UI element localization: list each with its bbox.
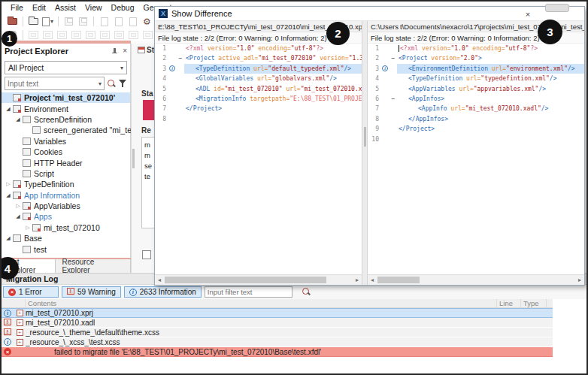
- code-token: </Project>: [399, 126, 435, 132]
- inner-mark: [74, 33, 79, 37]
- collapse-arrow-icon[interactable]: ◢: [4, 192, 13, 198]
- tree-item-screendefinition[interactable]: ◢ScreenDefinition: [2, 114, 130, 125]
- collapse-arrow-icon[interactable]: ◢: [4, 106, 13, 112]
- project-filter-combo[interactable]: All Project ▾: [5, 61, 127, 74]
- expand-box-icon[interactable]: +: [17, 310, 23, 316]
- expand-box-icon[interactable]: +: [17, 329, 23, 336]
- tree-item-app-information[interactable]: ◢App Information: [2, 190, 130, 201]
- code-line: 3i<TypeDefinition url="default_typedef.x…: [155, 64, 362, 74]
- tree-item-base[interactable]: ◢Base: [2, 233, 130, 243]
- close-panel-icon[interactable]: ×: [123, 47, 127, 55]
- collapse-arrow-icon[interactable]: ◢: [14, 116, 23, 122]
- expand-arrow-icon[interactable]: ▷: [23, 225, 32, 231]
- open-project-icon[interactable]: [5, 15, 20, 28]
- warning-icon: [4, 329, 11, 336]
- expand-arrow-icon[interactable]: ▷: [4, 181, 13, 187]
- fold-collapse-icon[interactable]: −: [177, 53, 184, 63]
- settings-gear-icon[interactable]: ⚙: [140, 15, 154, 28]
- fold-collapse-icon[interactable]: −: [389, 94, 397, 104]
- log-filter-input[interactable]: [208, 288, 289, 296]
- http-header-icon: [23, 159, 31, 167]
- filter-label: 2633 Information: [140, 288, 196, 296]
- left-code-area[interactable]: 1<?xml version="1.0" encoding="utf-8"?>2…: [155, 44, 362, 274]
- log-row[interactable]: ×failed to migrate file 'E:\88_TEST\01_P…: [2, 347, 553, 357]
- code-token: url=: [250, 65, 268, 72]
- log-row[interactable]: +mi_test_072010.xadl: [2, 318, 553, 328]
- tree-item-environment[interactable]: ◢Environment: [2, 103, 130, 113]
- dialog-close-icon[interactable]: ×: [523, 10, 533, 19]
- code-token: "environment.xml": [506, 65, 568, 72]
- open-file-icon[interactable]: [26, 15, 41, 28]
- tree-item-variables[interactable]: Variables: [2, 136, 130, 147]
- menu-assist[interactable]: Assist: [50, 3, 80, 12]
- collapse-arrow-icon[interactable]: ◢: [4, 235, 13, 241]
- tree-item-mi-test-072010[interactable]: ▷mi_test_072010: [2, 222, 130, 233]
- filter-error-button[interactable]: ×1 Error: [3, 286, 59, 298]
- filter-funnel-icon[interactable]: [119, 79, 127, 88]
- scroll-thumb[interactable]: [165, 277, 326, 283]
- code-token: "mi_test_072010.xadl": [465, 105, 541, 112]
- filter-info-button[interactable]: i2633 Information: [124, 286, 202, 298]
- tree-item-project-mi-test-072010[interactable]: Project 'mi_test_072010': [2, 92, 130, 103]
- code-content: <ADL id="mi_test_072010" url="mi_test_07…: [184, 84, 362, 94]
- inner-mark: [59, 33, 65, 37]
- line-number: 1: [155, 44, 168, 53]
- tree-item-appvariables[interactable]: ▷AppVariables: [2, 201, 130, 211]
- scroll-thumb[interactable]: [377, 277, 420, 283]
- fold-spacer: [177, 64, 184, 74]
- pin-icon[interactable]: [111, 48, 118, 55]
- header-type[interactable]: Type: [521, 299, 547, 307]
- expand-arrow-icon[interactable]: ▷: [14, 203, 23, 209]
- menu-edit[interactable]: Edit: [28, 3, 50, 12]
- splitter-grip[interactable]: [364, 127, 366, 147]
- new-file-icon[interactable]: ▾: [41, 15, 55, 28]
- tree-item-http-header[interactable]: HTTP Header: [2, 157, 130, 168]
- search-icon[interactable]: [107, 79, 117, 89]
- menu-file[interactable]: File: [6, 3, 28, 12]
- code-line: 7</Project>: [155, 104, 362, 113]
- menu-view[interactable]: View: [80, 3, 107, 12]
- menu-debug[interactable]: Debug: [107, 3, 139, 12]
- tree-item-apps[interactable]: ◢Apps: [2, 211, 130, 222]
- header-contents[interactable]: Contents: [26, 299, 497, 307]
- expand-box-icon[interactable]: +: [17, 319, 23, 326]
- log-row[interactable]: i+mi_test_072010.xprj: [2, 308, 553, 318]
- tree-item-script[interactable]: Script: [2, 168, 130, 179]
- dialog-title: Show Difference: [171, 9, 232, 18]
- splitter-grip[interactable]: [132, 149, 135, 168]
- code-line: 8</AppInfos>: [368, 114, 584, 124]
- status-checkbox[interactable]: [142, 250, 151, 259]
- filter-warning-button[interactable]: 59 Warning: [62, 286, 121, 298]
- code-line: 9</Project>: [368, 124, 584, 134]
- tab-resource-explorer[interactable]: Resource Explorer: [56, 259, 131, 273]
- log-row[interactable]: +_resource_\_theme_\default\theme.xcss: [2, 328, 553, 337]
- tree-filter-input[interactable]: [8, 80, 99, 88]
- scroll-right-icon[interactable]: ▸: [575, 275, 584, 285]
- right-hscrollbar[interactable]: ◂ ▸: [368, 274, 584, 285]
- tree-item-typedefinition[interactable]: ▷TypeDefinition: [2, 179, 130, 189]
- fold-collapse-icon[interactable]: −: [389, 53, 397, 63]
- chevron-down-icon[interactable]: ▾: [99, 80, 102, 87]
- scroll-left-icon[interactable]: ◂: [368, 275, 377, 285]
- form-control-icon-4: [71, 31, 81, 39]
- tree-item-test[interactable]: test: [2, 243, 130, 254]
- search-log-icon[interactable]: [302, 287, 311, 297]
- tree-item-screen-generated-mi-test-072010[interactable]: screen_generated "mi_test_072010": [2, 125, 130, 135]
- header-line[interactable]: Line: [497, 299, 521, 307]
- code-line: 10: [368, 135, 584, 144]
- tree-item-cookies[interactable]: Cookies: [2, 147, 130, 157]
- collapse-arrow-icon[interactable]: ◢: [14, 213, 23, 219]
- code-token: "default_typedef.xml": [268, 65, 344, 72]
- scroll-left-icon[interactable]: ◂: [155, 275, 164, 285]
- error-icon: ×: [4, 348, 11, 355]
- scroll-right-icon[interactable]: ▸: [353, 275, 362, 285]
- log-row-text: mi_test_072010.xadl: [26, 319, 95, 327]
- expand-box-icon[interactable]: +: [17, 339, 23, 346]
- right-code-area[interactable]: 1<?xml version="1.0" encoding="utf-8"?>2…: [368, 44, 584, 274]
- log-row[interactable]: i+_resource_\_xcss_\test.xcss: [2, 337, 553, 347]
- code-token: url=: [283, 86, 301, 92]
- left-hscrollbar[interactable]: ◂ ▸: [155, 274, 362, 285]
- pane-splitter[interactable]: [362, 21, 368, 285]
- project-filter-combo-value: All Project: [8, 63, 120, 72]
- dialog-title-bar[interactable]: X Show Difference ×: [155, 7, 584, 21]
